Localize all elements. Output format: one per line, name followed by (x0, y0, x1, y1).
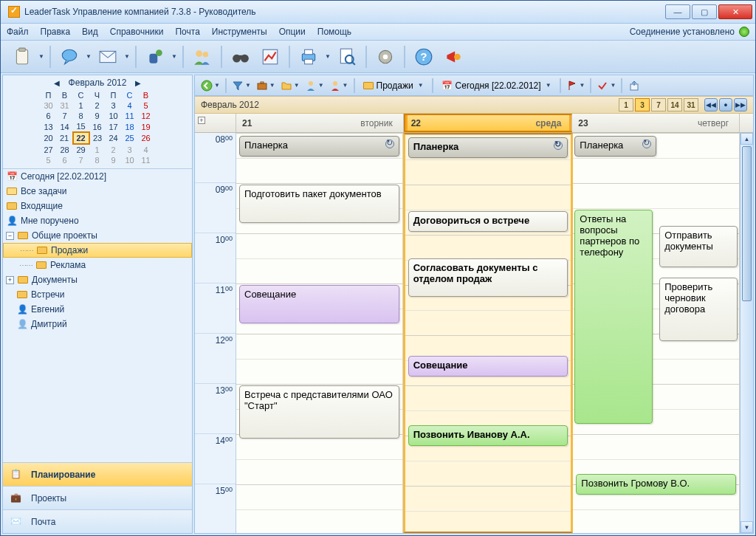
event[interactable]: Проверить черновик договора (659, 278, 738, 341)
app-icon (8, 6, 20, 18)
content: ▼ ▼ ▼ ▼ ▼ ▼ Продажи▼ 📅Сегодня [22.02.201… (194, 75, 754, 534)
window-title: LeaderTask Управление компанией 7.3.8 - … (24, 7, 664, 17)
event[interactable]: Планерка (408, 137, 568, 158)
close-button[interactable]: ✕ (718, 4, 752, 19)
tree-all[interactable]: Все задачи (3, 184, 192, 199)
nav-planning[interactable]: 📋Планирование (3, 462, 192, 486)
event[interactable]: Позвонить Громову В.О. (576, 474, 736, 495)
svg-text:?: ? (420, 50, 427, 63)
menu-file[interactable]: Файл (7, 27, 29, 37)
preview-icon[interactable] (333, 44, 361, 69)
scroll-up-button[interactable]: ▲ (740, 133, 753, 145)
check-icon[interactable]: ▼ (595, 78, 617, 94)
path-folder[interactable]: Продажи▼ (359, 78, 428, 94)
prev-period-button[interactable]: ◀◀ (704, 98, 718, 111)
chat-icon[interactable] (55, 44, 83, 69)
project-tree: 📅Сегодня [22.02.2012] Все задачи Входящи… (3, 169, 192, 462)
tree-assigned[interactable]: 👤Мне поручено (3, 213, 192, 228)
expand-allday-button[interactable]: + (198, 117, 205, 124)
day-header-2[interactable]: 23четверг (572, 114, 740, 132)
binoculars-icon[interactable] (227, 44, 255, 69)
scroll-down-button[interactable]: ▼ (740, 521, 753, 533)
svg-rect-24 (258, 83, 267, 89)
chart-icon[interactable] (256, 44, 284, 69)
export-icon[interactable] (626, 78, 642, 94)
tree-user1[interactable]: 👤Евгений (3, 302, 192, 317)
event[interactable]: Подготовить пакет документов (239, 185, 399, 223)
tree-meetings[interactable]: Встречи (3, 287, 192, 302)
nav-mail[interactable]: ✉️Почта (3, 509, 192, 533)
mail-icon[interactable] (94, 44, 122, 69)
event[interactable]: Встреча с представителями ОАО "Старт" (239, 385, 399, 439)
connection-icon (739, 27, 749, 37)
next-period-button[interactable]: ▶▶ (734, 98, 747, 111)
day-header-0[interactable]: 21вторник (236, 114, 404, 132)
recurring-icon (642, 140, 651, 148)
back-button[interactable]: ▼ (199, 78, 221, 94)
gear-icon[interactable] (371, 44, 399, 69)
period-label: Февраль 2012 (201, 100, 259, 110)
view-7day[interactable]: 7 (651, 98, 666, 111)
mini-calendar[interactable]: ПВСЧПСВ 30311234567891011121314151617181… (41, 90, 155, 165)
today-button[interactable]: 📅Сегодня [22.02.2012]▼ (437, 78, 556, 94)
maximize-button[interactable]: ▢ (692, 4, 717, 19)
view-1day[interactable]: 1 (619, 98, 633, 111)
folder-icon[interactable]: ▼ (279, 78, 301, 94)
view-31day[interactable]: 31 (684, 98, 698, 111)
svg-rect-13 (305, 49, 313, 55)
tree-docs[interactable]: +Документы (3, 272, 192, 287)
print-icon[interactable] (295, 44, 323, 69)
svg-point-5 (156, 49, 162, 56)
tree-inbox[interactable]: Входящие (3, 199, 192, 213)
svg-line-17 (352, 61, 355, 64)
menu-tools[interactable]: Инструменты (212, 27, 267, 37)
nav-projects[interactable]: 💼Проекты (3, 486, 192, 509)
day-column-1[interactable]: ПланеркаДоговориться о встречеСогласоват… (403, 133, 574, 533)
event[interactable]: Совещание (239, 285, 399, 323)
scroll-thumb[interactable] (742, 146, 752, 301)
users-icon[interactable] (188, 44, 216, 69)
event[interactable]: Отправить документы (659, 226, 738, 267)
menu-edit[interactable]: Правка (41, 27, 71, 37)
sync-icon[interactable] (141, 44, 169, 69)
cal-next-button[interactable]: ▶ (132, 79, 144, 87)
vertical-scrollbar[interactable]: ▲ ▼ (740, 133, 753, 533)
tree-ads[interactable]: ⋯⋯Реклама (3, 258, 192, 272)
day-column-2[interactable]: ПланеркаОтветы на вопросы партнеров по т… (573, 133, 740, 533)
day-header-1[interactable]: 22среда (404, 114, 573, 132)
event[interactable]: Планерка (239, 136, 399, 157)
today-period-button[interactable]: ● (719, 98, 732, 111)
briefcase-icon[interactable]: ▼ (255, 78, 277, 94)
menu-view[interactable]: Вид (82, 27, 98, 37)
menubar: Файл Правка Вид Справочники Почта Инстру… (1, 23, 755, 41)
event[interactable]: Позвонить Иванову А.А. (408, 425, 568, 446)
cal-prev-button[interactable]: ◀ (51, 79, 63, 87)
tree-user2[interactable]: 👤Дмитрий (3, 317, 192, 331)
flag-icon[interactable]: ▼ (565, 78, 587, 94)
time-gutter: 08000900100011001200130014001500 (195, 133, 236, 533)
day-column-0[interactable]: ПланеркаПодготовить пакет документовСове… (236, 133, 403, 533)
view-14day[interactable]: 14 (667, 98, 682, 111)
filter-icon[interactable]: ▼ (230, 78, 252, 94)
svg-point-26 (309, 81, 313, 86)
help-icon[interactable]: ? (410, 44, 438, 69)
megaphone-icon[interactable] (439, 44, 467, 69)
clipboard-icon[interactable] (8, 44, 36, 69)
dropdown-icon[interactable]: ▼ (38, 44, 45, 69)
event[interactable]: Планерка (574, 136, 656, 157)
menu-help[interactable]: Помощь (317, 27, 351, 37)
tree-shared[interactable]: −Общие проекты (3, 228, 192, 243)
event[interactable]: Совещание (408, 356, 568, 377)
event[interactable]: Согласовать документы с отделом продаж (408, 258, 568, 297)
event[interactable]: Договориться о встрече (408, 211, 568, 232)
menu-options[interactable]: Опции (279, 27, 306, 37)
tree-sales[interactable]: ⋯⋯Продажи (3, 243, 192, 258)
event[interactable]: Ответы на вопросы партнеров по телефону (574, 210, 653, 424)
menu-refs[interactable]: Справочники (110, 27, 164, 37)
user-icon[interactable]: ▼ (303, 78, 326, 94)
minimize-button[interactable]: — (665, 4, 690, 19)
menu-mail[interactable]: Почта (175, 27, 199, 37)
assigned-icon[interactable]: ▼ (328, 78, 350, 94)
view-3day[interactable]: 3 (635, 98, 650, 111)
tree-today[interactable]: 📅Сегодня [22.02.2012] (3, 169, 192, 184)
